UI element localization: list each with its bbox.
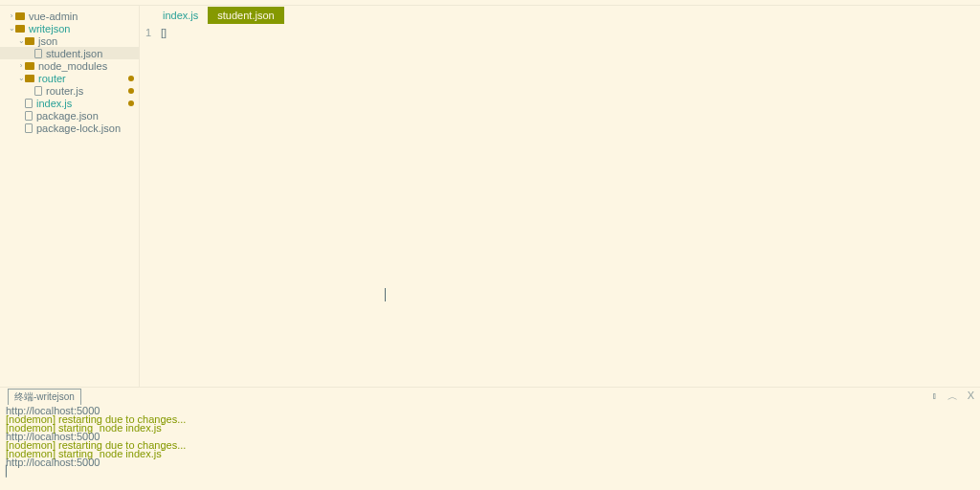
chevron-right-icon: › bbox=[8, 11, 15, 20]
terminal-line: http://localhost:5000 bbox=[6, 458, 974, 467]
tree-label: package-lock.json bbox=[36, 122, 121, 134]
tab-index-js[interactable]: index.js bbox=[153, 7, 208, 24]
tree-item-vue-admin[interactable]: › vue-admin bbox=[0, 10, 139, 22]
tree-item-package-lock[interactable]: package-lock.json bbox=[0, 122, 139, 134]
terminal-tab[interactable]: 终端-writejson bbox=[8, 389, 81, 405]
file-icon bbox=[25, 111, 33, 121]
tree-label: student.json bbox=[46, 48, 102, 59]
folder-icon bbox=[15, 25, 25, 33]
tree-label: package.json bbox=[36, 110, 99, 122]
tree-item-json[interactable]: ⌄ json bbox=[0, 34, 139, 47]
status-dot bbox=[128, 76, 134, 81]
terminal-line: [nodemon] starting `node index.js` bbox=[6, 424, 974, 433]
status-dot bbox=[128, 88, 134, 94]
tree-item-package-json[interactable]: package.json bbox=[0, 109, 139, 122]
main-split: › vue-admin ⌄ writejson ⌄ json student.j… bbox=[0, 6, 980, 387]
tree-label: vue-admin bbox=[29, 11, 78, 22]
status-dot bbox=[128, 100, 134, 106]
folder-icon bbox=[15, 12, 25, 20]
line-gutter: 1 bbox=[140, 25, 157, 387]
tree-label: router.js bbox=[46, 85, 83, 97]
close-icon[interactable]: X bbox=[968, 390, 974, 404]
folder-icon bbox=[25, 62, 34, 70]
tree-item-student-json[interactable]: student.json bbox=[0, 47, 139, 59]
split-icon[interactable]: ⫾ bbox=[932, 390, 938, 404]
terminal-tabs: 终端-writejson ⫾ ︿ X bbox=[0, 388, 980, 405]
terminal-line: [nodemon] starting `node index.js` bbox=[6, 450, 974, 458]
terminal-controls: ⫾ ︿ X bbox=[932, 390, 974, 404]
tree-item-router-js[interactable]: router.js bbox=[0, 84, 139, 97]
tree-label: node_modules bbox=[38, 60, 107, 72]
chevron-down-icon: ⌄ bbox=[17, 74, 25, 82]
text-cursor bbox=[385, 288, 386, 301]
editor-area: index.js student.json 1 [] bbox=[140, 6, 980, 387]
line-number: 1 bbox=[140, 27, 151, 38]
tree-item-node-modules[interactable]: › node_modules bbox=[0, 59, 139, 72]
terminal-output[interactable]: http://localhost:5000[nodemon] restartin… bbox=[0, 405, 980, 490]
code-text: [] bbox=[161, 27, 167, 38]
chevron-up-icon[interactable]: ︿ bbox=[947, 390, 958, 404]
file-icon bbox=[25, 123, 33, 133]
file-icon bbox=[34, 49, 42, 58]
tree-item-index-js[interactable]: index.js bbox=[0, 97, 139, 109]
tree-item-writejson[interactable]: ⌄ writejson bbox=[0, 22, 139, 34]
tree-item-router[interactable]: ⌄ router bbox=[0, 72, 139, 84]
file-explorer[interactable]: › vue-admin ⌄ writejson ⌄ json student.j… bbox=[0, 6, 140, 387]
terminal-panel: 终端-writejson ⫾ ︿ X http://localhost:5000… bbox=[0, 387, 980, 490]
file-icon bbox=[25, 99, 33, 108]
chevron-down-icon: ⌄ bbox=[8, 24, 15, 33]
file-icon bbox=[34, 86, 42, 96]
tab-student-json[interactable]: student.json bbox=[208, 7, 283, 24]
editor-tabs: index.js student.json bbox=[140, 6, 980, 25]
tree-label: index.js bbox=[36, 98, 72, 109]
terminal-line: ▏ bbox=[6, 467, 974, 476]
tree-label: router bbox=[38, 73, 66, 84]
editor-body[interactable]: 1 [] bbox=[140, 25, 980, 387]
chevron-down-icon: ⌄ bbox=[17, 36, 25, 45]
folder-icon bbox=[25, 37, 34, 45]
folder-icon bbox=[25, 75, 34, 82]
tree-label: json bbox=[38, 35, 57, 47]
chevron-right-icon: › bbox=[17, 61, 25, 70]
code-content[interactable]: [] bbox=[157, 25, 980, 387]
tree-label: writejson bbox=[29, 23, 70, 34]
